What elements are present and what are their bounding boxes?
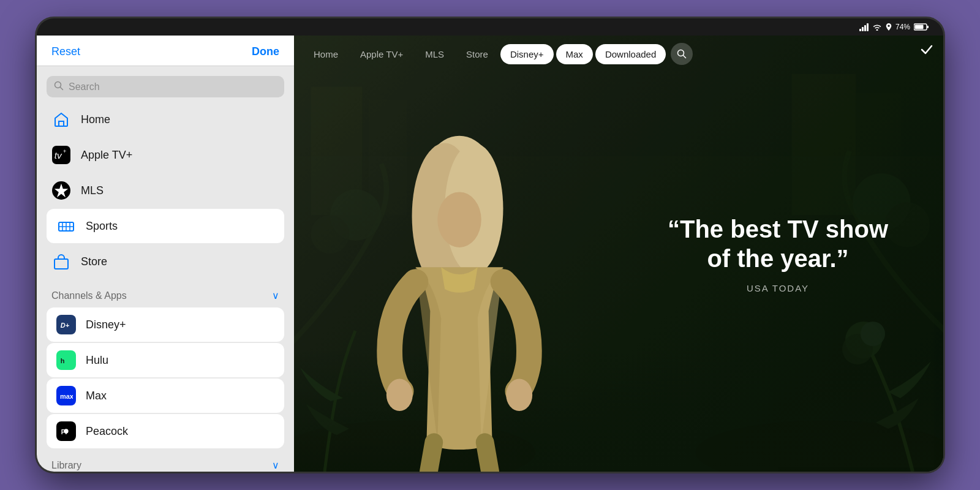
search-icon <box>54 81 64 92</box>
channels-chevron-icon: ∨ <box>272 290 279 301</box>
svg-point-37 <box>437 192 481 248</box>
store-icon <box>51 252 71 271</box>
channels-section-header[interactable]: Channels & Apps ∨ <box>37 280 294 306</box>
disney-label: Disney+ <box>86 318 126 331</box>
library-section-header[interactable]: Library ∨ <box>37 450 294 472</box>
sidebar-item-home[interactable]: Home <box>37 102 294 137</box>
home-label: Home <box>81 113 110 126</box>
tab-mls[interactable]: MLS <box>415 44 454 64</box>
channels-section-title: Channels & Apps <box>51 290 127 301</box>
sports-icon <box>56 216 76 236</box>
status-icons: 74% <box>859 23 929 31</box>
sidebar-content: Search Home <box>37 66 294 472</box>
peacock-label: Peacock <box>86 425 128 438</box>
svg-line-21 <box>684 56 686 58</box>
store-label: Store <box>81 255 107 268</box>
library-chevron-icon: ∨ <box>272 459 279 471</box>
sidebar-item-sports[interactable]: Sports <box>47 209 284 243</box>
tab-downloaded[interactable]: Downloaded <box>595 44 666 64</box>
svg-rect-1 <box>915 25 924 29</box>
hulu-label: Hulu <box>86 354 108 367</box>
reset-button[interactable]: Reset <box>51 45 80 58</box>
hero-area: “The best TV show of the year.” USA TODA… <box>294 36 943 472</box>
tab-appletv[interactable]: Apple TV+ <box>350 44 413 64</box>
sidebar-item-peacock[interactable]: Pi Peacock <box>47 414 284 448</box>
sports-label: Sports <box>86 220 118 233</box>
tab-max[interactable]: Max <box>556 44 593 64</box>
sidebar-header: Reset Done <box>37 36 294 66</box>
sidebar: Reset Done Search <box>37 36 294 472</box>
location-icon <box>886 23 892 31</box>
checkmark-button[interactable] <box>920 43 933 59</box>
search-label: Search <box>69 81 100 92</box>
hero-text-block: “The best TV show of the year.” USA TODA… <box>662 214 894 293</box>
status-bar: 74% <box>37 18 943 36</box>
hero-source: USA TODAY <box>662 283 894 293</box>
library-section-title: Library <box>51 460 81 471</box>
top-nav: Home Apple TV+ MLS Store Disney+ Max <box>294 36 943 72</box>
search-button[interactable] <box>671 43 693 65</box>
svg-text:D+: D+ <box>61 322 70 329</box>
svg-rect-13 <box>55 259 68 269</box>
svg-text:tv: tv <box>55 150 62 160</box>
hero-quote: “The best TV show of the year.” <box>662 214 894 273</box>
appletv-icon: tv + <box>51 145 71 165</box>
plant-right-icon <box>790 300 943 472</box>
hero-background: “The best TV show of the year.” USA TODA… <box>294 36 943 472</box>
mls-icon <box>51 181 71 200</box>
svg-rect-2 <box>927 26 929 28</box>
done-button[interactable]: Done <box>252 45 279 58</box>
wifi-icon <box>872 23 882 31</box>
tab-disney[interactable]: Disney+ <box>500 44 554 64</box>
sidebar-item-store[interactable]: Store <box>37 244 294 279</box>
svg-text:+: + <box>63 148 67 154</box>
tab-home[interactable]: Home <box>304 44 348 64</box>
svg-text:max: max <box>60 393 73 400</box>
sidebar-item-hulu[interactable]: h Hulu <box>47 343 284 377</box>
svg-text:Pi: Pi <box>61 429 67 435</box>
svg-line-4 <box>61 88 63 90</box>
main-content: Home Apple TV+ MLS Store Disney+ Max <box>294 36 943 472</box>
mls-label: MLS <box>81 184 104 197</box>
plant-left-icon <box>294 288 417 472</box>
appletv-label: Apple TV+ <box>81 149 132 162</box>
svg-text:h: h <box>61 357 65 364</box>
svg-point-42 <box>861 322 885 346</box>
battery-icon <box>914 23 929 31</box>
tab-store[interactable]: Store <box>456 44 498 64</box>
svg-marker-7 <box>55 184 68 197</box>
sidebar-item-mls[interactable]: MLS <box>37 173 294 208</box>
disney-icon: D+ <box>56 315 76 334</box>
home-icon <box>51 110 71 129</box>
sidebar-search-bar[interactable]: Search <box>47 76 284 97</box>
device-frame: 74% Reset Done <box>37 18 943 472</box>
sidebar-item-disney[interactable]: D+ Disney+ <box>47 307 284 342</box>
sidebar-item-max[interactable]: max Max <box>47 379 284 413</box>
sidebar-item-appletv[interactable]: tv + Apple TV+ <box>37 138 294 172</box>
app-container: Reset Done Search <box>37 36 943 472</box>
peacock-icon: Pi <box>56 421 76 441</box>
hulu-icon: h <box>56 350 76 370</box>
max-label: Max <box>86 390 107 402</box>
max-icon: max <box>56 386 76 405</box>
signal-icon <box>859 23 869 31</box>
svg-point-39 <box>506 379 532 411</box>
battery-percentage: 74% <box>895 23 910 31</box>
